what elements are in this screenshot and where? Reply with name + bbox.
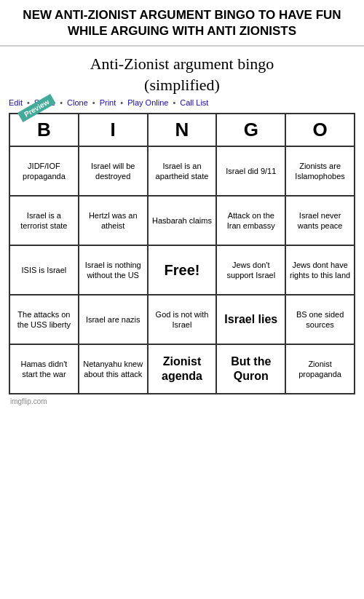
toolbar: Edit • Share • Clone • Print • Play Onli… — [9, 98, 355, 107]
imgflip-watermark: imgflip.com — [9, 397, 355, 405]
bingo-cell-15[interactable]: The attacks on the USS liberty — [10, 295, 79, 345]
bingo-cell-21[interactable]: Netanyahu knew about this attack — [79, 345, 149, 394]
toolbar-call-list[interactable]: Call List — [180, 98, 208, 107]
bingo-cell-14[interactable]: Jews dont have rights to this land — [286, 246, 355, 295]
bingo-letter-n: N — [149, 114, 218, 147]
bingo-title-line2: (simplified) — [144, 76, 220, 94]
bingo-cell-6[interactable]: Hertzl was an atheist — [79, 197, 149, 246]
bingo-cell-4[interactable]: Zionists are Islamophobes — [286, 147, 355, 197]
bingo-cell-18[interactable]: Israel lies — [217, 295, 286, 345]
bingo-letter-b: B — [10, 114, 79, 147]
bingo-wrapper: Preview B I N G O JIDF/IOF propagandaIsr… — [9, 113, 355, 394]
bingo-cell-13[interactable]: Jews don't support Israel — [217, 246, 286, 295]
bingo-title-line1: Anti-Zionist argument bingo — [90, 55, 274, 73]
bingo-cell-24[interactable]: Zionist propaganda — [286, 345, 355, 394]
bingo-cell-17[interactable]: God is not with Israel — [149, 295, 218, 345]
bingo-grid: JIDF/IOF propagandaIsrael will be destro… — [9, 147, 355, 394]
bingo-cell-1[interactable]: Israel will be destroyed — [79, 147, 149, 197]
toolbar-edit[interactable]: Edit — [9, 98, 23, 107]
bingo-cell-7[interactable]: Hasbarah claims — [149, 197, 218, 246]
bingo-cell-11[interactable]: Israel is nothing without the US — [79, 246, 149, 295]
toolbar-print[interactable]: Print — [100, 98, 116, 107]
top-banner: NEW ANTI-ZIONIST ARGUMENT BINGO TO HAVE … — [0, 0, 364, 47]
bingo-letter-i: I — [79, 114, 149, 147]
bingo-cell-3[interactable]: Israel did 9/11 — [217, 147, 286, 197]
bingo-cell-23[interactable]: But the Quron — [217, 345, 286, 394]
bingo-letter-g: G — [217, 114, 286, 147]
bingo-cell-5[interactable]: Israel is a terrorist state — [10, 197, 79, 246]
bingo-cell-8[interactable]: Attack on the Iran embassy — [217, 197, 286, 246]
bingo-header-row: B I N G O — [9, 113, 355, 147]
bingo-cell-2[interactable]: Israel is an apartheid state — [149, 147, 218, 197]
bingo-cell-20[interactable]: Hamas didn't start the war — [10, 345, 79, 394]
bingo-title: Anti-Zionist argument bingo (simplified) — [9, 54, 355, 95]
bingo-cell-9[interactable]: Israel never wants peace — [286, 197, 355, 246]
bingo-cell-16[interactable]: Israel are nazis — [79, 295, 149, 345]
toolbar-clone[interactable]: Clone — [67, 98, 88, 107]
bingo-cell-0[interactable]: JIDF/IOF propaganda — [10, 147, 79, 197]
bingo-cell-10[interactable]: ISIS is Israel — [10, 246, 79, 295]
bingo-letter-o: O — [286, 114, 355, 147]
bingo-cell-19[interactable]: BS one sided sources — [286, 295, 355, 345]
bingo-container: Anti-Zionist argument bingo (simplified)… — [0, 47, 364, 599]
bingo-cell-12[interactable]: Free! — [149, 246, 218, 295]
bingo-cell-22[interactable]: Zionist agenda — [149, 345, 218, 394]
toolbar-play-online[interactable]: Play Online — [127, 98, 168, 107]
banner-text: NEW ANTI-ZIONIST ARGUMENT BINGO TO HAVE … — [23, 8, 341, 38]
